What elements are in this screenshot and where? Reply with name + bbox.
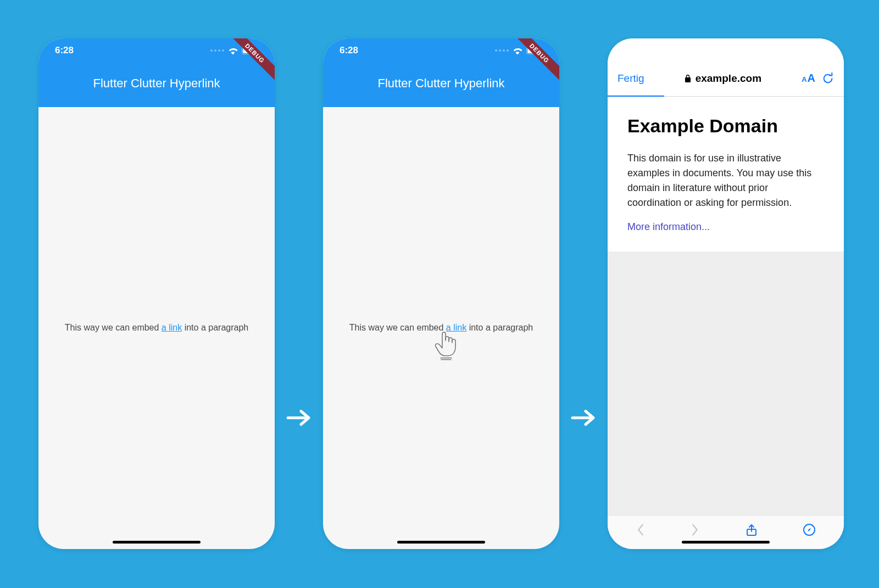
signal-icon — [495, 49, 509, 52]
page-heading: Example Domain — [627, 115, 824, 137]
svg-rect-5 — [527, 48, 539, 53]
embedded-paragraph: This way we can embed a link into a para… — [65, 322, 248, 334]
status-bar: 6:28 — [38, 38, 275, 63]
app-body: This way we can embed a link into a para… — [323, 107, 559, 549]
paragraph-after: into a paragraph — [182, 323, 248, 332]
wifi-icon — [227, 46, 238, 55]
app-body: This way we can embed a link into a para… — [38, 107, 275, 549]
battery-icon — [242, 47, 258, 54]
paragraph-before: This way we can embed — [65, 323, 162, 332]
hyperlink[interactable]: a link — [162, 323, 182, 332]
home-indicator[interactable] — [397, 541, 485, 544]
tutorial-sequence: 6:28 Flutter Clutter Hyperlink DEBUG Thi… — [0, 0, 879, 588]
safari-toolbar: Fertig example.com AA — [608, 38, 844, 97]
status-icons — [495, 46, 543, 55]
url-host: example.com — [696, 72, 761, 85]
address-bar[interactable]: example.com — [651, 72, 795, 85]
share-button[interactable] — [745, 523, 758, 536]
reload-button[interactable] — [822, 72, 834, 85]
load-progress-bar — [608, 96, 664, 97]
flow-arrow-icon — [286, 409, 312, 427]
open-in-safari-button[interactable] — [803, 523, 816, 536]
more-info-link[interactable]: More information... — [627, 221, 710, 232]
svg-marker-12 — [808, 528, 811, 531]
lock-icon — [685, 75, 691, 82]
app-header: 6:28 Flutter Clutter Hyperlink DEBUG — [323, 38, 559, 107]
embedded-paragraph: This way we can embed a link into a para… — [349, 322, 533, 334]
forward-button[interactable] — [690, 523, 700, 537]
home-indicator[interactable] — [113, 541, 201, 544]
signal-icon — [210, 49, 224, 52]
status-bar: 6:28 — [323, 38, 559, 63]
hyperlink[interactable]: a link — [446, 323, 466, 332]
status-icons — [210, 46, 258, 55]
tap-cursor-icon — [433, 331, 458, 361]
phone-screen-safari: Fertig example.com AA Example Domain Thi… — [608, 38, 844, 549]
page-content: Example Domain This domain is for use in… — [608, 97, 844, 251]
reader-aa-button[interactable]: AA — [802, 72, 815, 85]
wifi-icon — [512, 46, 523, 55]
svg-rect-1 — [243, 48, 254, 53]
svg-rect-6 — [541, 49, 542, 52]
status-time: 6:28 — [55, 45, 74, 56]
flow-arrow-icon — [570, 409, 597, 427]
safari-bottom-toolbar — [608, 515, 844, 549]
safari-viewport[interactable]: Example Domain This domain is for use in… — [608, 97, 844, 515]
battery-icon — [526, 47, 543, 54]
page-paragraph: This domain is for use in illustrative e… — [627, 151, 824, 210]
phone-screen-initial: 6:28 Flutter Clutter Hyperlink DEBUG Thi… — [38, 38, 275, 549]
app-header: 6:28 Flutter Clutter Hyperlink DEBUG — [38, 38, 275, 107]
status-time: 6:28 — [340, 45, 358, 56]
phone-screen-tap: 6:28 Flutter Clutter Hyperlink DEBUG Thi… — [323, 38, 559, 549]
appbar-title: Flutter Clutter Hyperlink — [38, 63, 275, 107]
home-indicator[interactable] — [682, 541, 770, 544]
done-button[interactable]: Fertig — [617, 72, 644, 85]
svg-rect-2 — [256, 49, 257, 52]
appbar-title: Flutter Clutter Hyperlink — [323, 63, 559, 107]
back-button[interactable] — [636, 523, 646, 537]
page-empty-area — [608, 251, 844, 515]
paragraph-after: into a paragraph — [466, 323, 533, 332]
paragraph-before: This way we can embed — [349, 323, 446, 332]
